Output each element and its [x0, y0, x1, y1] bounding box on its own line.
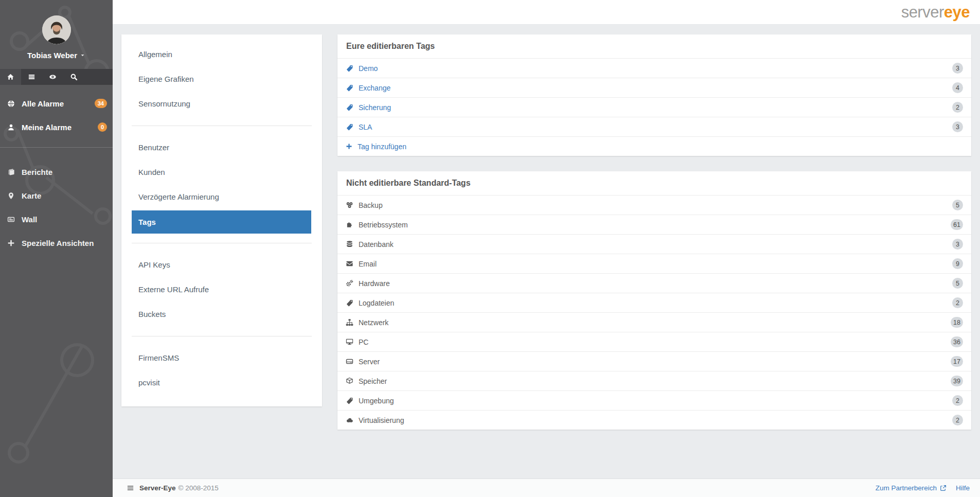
settings-menu-item[interactable]: Kunden — [121, 160, 322, 185]
standard-tag-row: Logdateien 2 — [337, 293, 971, 312]
menu-divider — [132, 126, 312, 126]
standard-tag-label: Email — [359, 260, 377, 268]
standard-tag-row: Speicher 39 — [337, 371, 971, 390]
panel-title: Nicht editierbare Standard-Tags — [337, 171, 971, 195]
settings-group-services: FirmenSMS pcvisit — [121, 346, 322, 395]
settings-menu: Allgemein Eigene Grafiken Sensornutzung … — [121, 34, 322, 406]
sidebar-nav-item[interactable]: Karte — [0, 184, 113, 207]
tag-count-badge: 61 — [951, 219, 963, 230]
nav-label: Berichte — [22, 168, 52, 176]
panel-title: Eure editierbaren Tags — [337, 34, 971, 58]
standard-tag-row: Backup 5 — [337, 195, 971, 215]
settings-menu-item[interactable]: Verzögerte Alarmierung — [121, 185, 322, 209]
standard-tag-row: Betriebssystem 61 — [337, 215, 971, 234]
caret-down-icon — [80, 52, 85, 58]
settings-menu-item[interactable]: Eigene Grafiken — [121, 67, 322, 92]
standard-tag-row: PC 36 — [337, 332, 971, 351]
footer-links: Zum Partnerbereich Hilfe — [876, 484, 970, 492]
standard-tag-label: Virtualisierung — [359, 416, 404, 424]
gears-icon — [346, 279, 353, 287]
tag-count-badge: 5 — [952, 200, 963, 210]
settings-menu-item[interactable]: Buckets — [121, 302, 322, 327]
standard-tag-row: Datenbank 3 — [337, 234, 971, 254]
cube-icon — [346, 377, 353, 385]
sidebar-nav-item[interactable]: Spezielle Ansichten — [0, 231, 113, 255]
plus-icon — [346, 143, 352, 150]
os-puzzle-icon — [346, 221, 353, 228]
logo-text-eye: eye — [944, 3, 970, 21]
settings-menu-item[interactable]: Externe URL Aufrufe — [121, 277, 322, 302]
tag-row[interactable]: Demo 3 — [337, 58, 971, 78]
harddrive-icon — [346, 358, 353, 365]
tag-link[interactable]: Demo — [359, 64, 378, 73]
tag-link[interactable]: Exchange — [359, 84, 390, 92]
nav-label: Spezielle Ansichten — [22, 239, 94, 247]
standard-tag-label: Netzwerk — [359, 318, 388, 327]
settings-menu-item[interactable]: FirmenSMS — [121, 346, 322, 370]
tag-link[interactable]: Sicherung — [359, 103, 391, 112]
add-tag-row[interactable]: Tag hinzufügen — [337, 136, 971, 156]
sidebar-nav-item[interactable]: Berichte — [0, 160, 113, 184]
settings-menu-item[interactable]: Benutzer — [121, 135, 322, 160]
settings-menu-label: Kunden — [138, 168, 165, 176]
nav-label: Wall — [22, 215, 37, 224]
settings-menu-label: Externe URL Aufrufe — [138, 285, 209, 294]
tag-row[interactable]: Sicherung 2 — [337, 97, 971, 117]
add-tag-link[interactable]: Tag hinzufügen — [358, 143, 406, 151]
tag-row[interactable]: Exchange 4 — [337, 78, 971, 97]
tag-count-badge: 5 — [952, 278, 963, 289]
tag-count-badge: 2 — [952, 102, 963, 113]
settings-menu-label: Tags — [138, 218, 156, 226]
partner-link-label: Zum Partnerbereich — [876, 484, 937, 492]
tag-link[interactable]: SLA — [359, 123, 372, 131]
avatar[interactable] — [42, 15, 71, 44]
avatar-image — [42, 15, 71, 44]
tag-icon — [346, 103, 353, 111]
user-menu[interactable]: Tobias Weber — [27, 51, 85, 60]
menu-divider — [132, 336, 312, 336]
sidebar-tool[interactable] — [21, 69, 42, 85]
alarm-count-badge: 0 — [98, 122, 107, 132]
tag-count-badge: 18 — [951, 317, 963, 328]
settings-group-api: API Keys Externe URL Aufrufe Buckets — [121, 253, 322, 327]
settings-menu-item[interactable]: Allgemein — [121, 42, 322, 67]
help-link[interactable]: Hilfe — [956, 484, 970, 492]
sidebar-tool[interactable] — [63, 69, 84, 85]
standard-tag-label: Backup — [359, 201, 383, 209]
main-content: Eure editierbaren Tags Demo 3 Exchange 4 — [337, 34, 971, 445]
settings-group-general: Allgemein Eigene Grafiken Sensornutzung — [121, 42, 322, 116]
sidebar-alarm-item[interactable]: Meine Alarme 0 — [0, 119, 113, 135]
list-icon — [28, 73, 35, 81]
plus-icon — [7, 239, 15, 247]
hamburger-icon[interactable] — [127, 484, 134, 492]
nav-label: Karte — [22, 191, 41, 200]
sitemap-icon — [346, 318, 353, 326]
globe-icon — [7, 100, 15, 108]
alarm-count-badge: 34 — [95, 99, 107, 108]
footer-brand: Server-Eye — [139, 484, 176, 492]
sidebar-alarm-item[interactable]: Alle Alarme 34 — [0, 96, 113, 111]
footer-copyright: © 2008-2015 — [179, 484, 219, 492]
sidebar-nav: Berichte Karte Wall Spezielle Ansichten — [0, 160, 113, 255]
sidebar-nav-item[interactable]: Wall — [0, 207, 113, 231]
editable-tags-panel: Eure editierbaren Tags Demo 3 Exchange 4 — [337, 34, 971, 156]
settings-menu-item[interactable]: Tags — [132, 210, 311, 234]
footer: Server-Eye © 2008-2015 Zum Partnerbereic… — [113, 478, 980, 497]
settings-menu-item[interactable]: API Keys — [121, 253, 322, 277]
external-link-icon — [940, 485, 947, 491]
partner-area-link[interactable]: Zum Partnerbereich — [876, 484, 947, 492]
tag-count-badge: 3 — [952, 121, 963, 132]
alarm-list: Alle Alarme 34 Meine Alarme 0 — [0, 96, 113, 135]
settings-menu-label: FirmenSMS — [138, 353, 179, 362]
standard-tags-panel: Nicht editierbare Standard-Tags Backup 5… — [337, 171, 971, 430]
tag-row[interactable]: SLA 3 — [337, 117, 971, 136]
settings-menu-item[interactable]: Sensornutzung — [121, 92, 322, 116]
sidebar-tool[interactable] — [42, 69, 63, 85]
settings-menu-item[interactable]: pcvisit — [121, 370, 322, 395]
settings-menu-label: Sensornutzung — [138, 99, 190, 108]
settings-menu-label: Benutzer — [138, 143, 169, 152]
sidebar-tool[interactable] — [0, 69, 21, 85]
sidebar-divider — [0, 147, 113, 148]
logo-text-server: server — [901, 3, 944, 21]
settings-group-accounts: Benutzer Kunden Verzögerte Alarmierung T… — [121, 135, 322, 234]
